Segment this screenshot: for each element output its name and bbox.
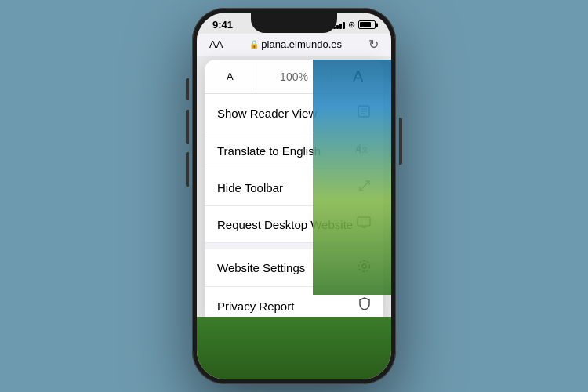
battery-icon [358, 20, 376, 29]
privacy-report-label: Privacy Report [217, 299, 294, 313]
volume-down-button[interactable] [186, 152, 189, 187]
address-bar[interactable]: AA 🔒 plana.elmundo.es ↻ [197, 34, 391, 56]
url-text: plana.elmundo.es [261, 38, 342, 50]
status-time: 9:41 [212, 19, 233, 31]
reader-view-label: Show Reader View [217, 107, 317, 120]
phone-frame: 9:41 ⊛ AA 🔒 plana.elmundo.es [192, 8, 396, 384]
aa-button[interactable]: AA [209, 38, 223, 50]
mute-button[interactable] [186, 78, 189, 100]
website-background [313, 60, 391, 295]
url-bar[interactable]: 🔒 plana.elmundo.es [249, 38, 342, 50]
battery-fill [360, 22, 371, 27]
reload-icon[interactable]: ↻ [368, 37, 379, 52]
wifi-icon: ⊛ [348, 20, 355, 30]
font-percent-label: 100% [280, 71, 308, 83]
notch [251, 13, 337, 33]
website-background-bottom [197, 317, 391, 379]
volume-up-button[interactable] [186, 110, 189, 144]
power-button[interactable] [399, 118, 402, 165]
font-decrease-button[interactable]: A [205, 63, 256, 90]
font-small-label: A [227, 71, 234, 82]
status-icons: ⊛ [333, 20, 376, 30]
website-settings-label: Website Settings [217, 261, 305, 274]
translate-label: Translate to English [217, 144, 321, 158]
lock-icon: 🔒 [249, 40, 259, 49]
privacy-icon [358, 297, 371, 314]
phone-screen: 9:41 ⊛ AA 🔒 plana.elmundo.es [197, 13, 391, 379]
hide-toolbar-label: Hide Toolbar [217, 181, 283, 194]
